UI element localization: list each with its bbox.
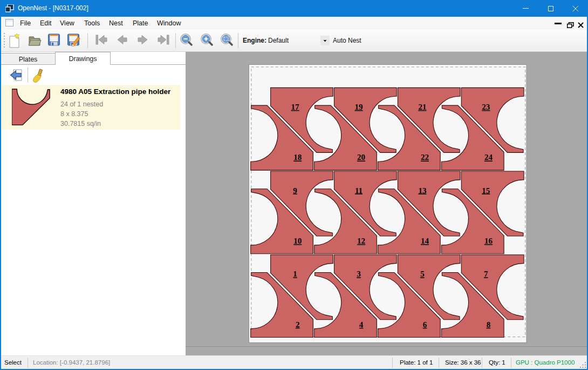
svg-text:10: 10 bbox=[293, 237, 302, 245]
svg-text:12: 12 bbox=[357, 237, 365, 245]
svg-text:4: 4 bbox=[359, 320, 364, 329]
svg-text:8: 8 bbox=[487, 320, 491, 329]
svg-text:1: 1 bbox=[293, 270, 297, 278]
svg-text:11: 11 bbox=[355, 186, 363, 195]
svg-text:13: 13 bbox=[418, 186, 426, 195]
svg-text:24: 24 bbox=[484, 153, 493, 162]
svg-text:5: 5 bbox=[420, 270, 425, 278]
svg-text:20: 20 bbox=[357, 153, 365, 162]
svg-text:21: 21 bbox=[418, 103, 426, 111]
svg-text:17: 17 bbox=[291, 103, 300, 111]
svg-text:6: 6 bbox=[423, 320, 427, 329]
svg-text:3: 3 bbox=[357, 270, 361, 278]
svg-text:23: 23 bbox=[482, 103, 490, 111]
svg-text:18: 18 bbox=[293, 153, 302, 162]
svg-text:22: 22 bbox=[421, 153, 429, 162]
svg-text:15: 15 bbox=[482, 186, 490, 195]
svg-text:7: 7 bbox=[484, 270, 488, 278]
svg-text:9: 9 bbox=[293, 186, 297, 195]
svg-text:19: 19 bbox=[355, 103, 363, 111]
svg-text:16: 16 bbox=[484, 237, 493, 245]
svg-text:2: 2 bbox=[296, 320, 300, 329]
svg-text:14: 14 bbox=[421, 237, 429, 245]
